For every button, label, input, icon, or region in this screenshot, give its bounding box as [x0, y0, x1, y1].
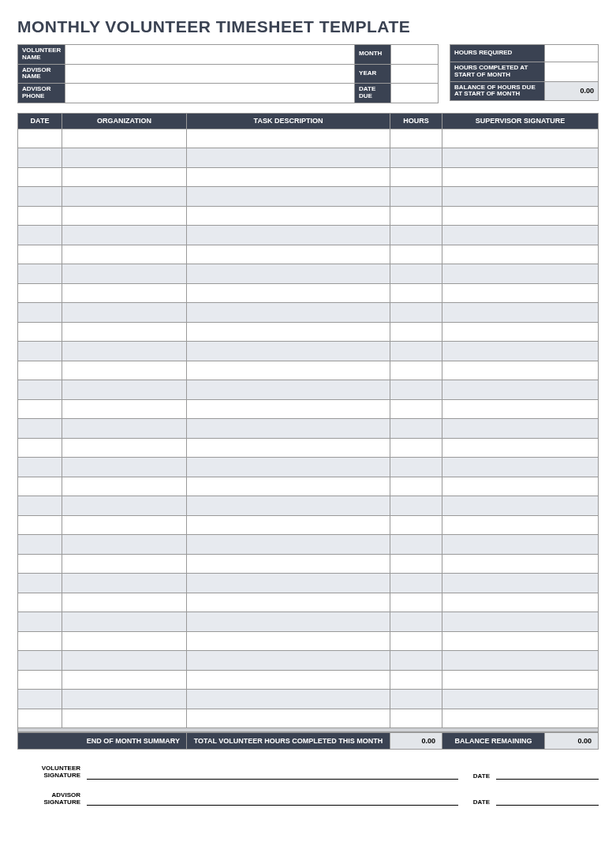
cell-date[interactable]: [18, 438, 62, 458]
cell-org[interactable]: [62, 380, 187, 400]
cell-task[interactable]: [187, 206, 390, 226]
cell-org[interactable]: [62, 477, 187, 496]
cell-hrs[interactable]: [390, 322, 442, 342]
cell-sig[interactable]: [442, 206, 599, 226]
cell-task[interactable]: [187, 342, 390, 361]
cell-org[interactable]: [62, 438, 187, 458]
cell-date[interactable]: [18, 380, 62, 400]
cell-org[interactable]: [62, 283, 187, 303]
advisor-signature-line[interactable]: [87, 795, 458, 806]
cell-org[interactable]: [62, 303, 187, 323]
hours-required-value[interactable]: [545, 45, 599, 62]
cell-org[interactable]: [62, 690, 187, 709]
cell-sig[interactable]: [442, 458, 599, 477]
cell-hrs[interactable]: [390, 574, 442, 593]
cell-task[interactable]: [187, 361, 390, 380]
cell-date[interactable]: [18, 283, 62, 303]
cell-task[interactable]: [187, 129, 390, 148]
cell-hrs[interactable]: [390, 399, 442, 419]
cell-task[interactable]: [187, 612, 390, 632]
cell-hrs[interactable]: [390, 651, 442, 671]
cell-sig[interactable]: [442, 148, 599, 168]
cell-hrs[interactable]: [390, 709, 442, 728]
cell-task[interactable]: [187, 709, 390, 728]
cell-org[interactable]: [62, 574, 187, 593]
cell-date[interactable]: [18, 709, 62, 728]
cell-date[interactable]: [18, 167, 62, 187]
cell-sig[interactable]: [442, 419, 599, 439]
cell-date[interactable]: [18, 399, 62, 419]
cell-task[interactable]: [187, 283, 390, 303]
cell-org[interactable]: [62, 419, 187, 439]
volunteer-name-value[interactable]: [65, 45, 355, 65]
cell-hrs[interactable]: [390, 187, 442, 207]
cell-task[interactable]: [187, 458, 390, 477]
cell-task[interactable]: [187, 399, 390, 419]
cell-date[interactable]: [18, 322, 62, 342]
cell-hrs[interactable]: [390, 458, 442, 477]
cell-task[interactable]: [187, 515, 390, 535]
cell-date[interactable]: [18, 187, 62, 207]
cell-task[interactable]: [187, 438, 390, 458]
cell-sig[interactable]: [442, 129, 599, 148]
cell-hrs[interactable]: [390, 245, 442, 264]
advisor-name-value[interactable]: [65, 64, 355, 84]
cell-date[interactable]: [18, 361, 62, 380]
cell-org[interactable]: [62, 322, 187, 342]
cell-sig[interactable]: [442, 612, 599, 632]
cell-hrs[interactable]: [390, 593, 442, 612]
cell-org[interactable]: [62, 129, 187, 148]
cell-org[interactable]: [62, 535, 187, 555]
cell-date[interactable]: [18, 535, 62, 555]
cell-org[interactable]: [62, 245, 187, 264]
cell-org[interactable]: [62, 167, 187, 187]
cell-org[interactable]: [62, 206, 187, 226]
cell-task[interactable]: [187, 226, 390, 245]
advisor-date-line[interactable]: [496, 795, 599, 806]
cell-sig[interactable]: [442, 438, 599, 458]
cell-sig[interactable]: [442, 167, 599, 187]
cell-date[interactable]: [18, 206, 62, 226]
cell-org[interactable]: [62, 187, 187, 207]
month-value[interactable]: [391, 45, 439, 65]
cell-date[interactable]: [18, 342, 62, 361]
cell-date[interactable]: [18, 515, 62, 535]
cell-sig[interactable]: [442, 264, 599, 284]
cell-hrs[interactable]: [390, 361, 442, 380]
cell-task[interactable]: [187, 554, 390, 574]
cell-sig[interactable]: [442, 690, 599, 709]
cell-hrs[interactable]: [390, 535, 442, 555]
cell-task[interactable]: [187, 380, 390, 400]
cell-sig[interactable]: [442, 245, 599, 264]
cell-sig[interactable]: [442, 631, 599, 651]
cell-sig[interactable]: [442, 361, 599, 380]
cell-org[interactable]: [62, 593, 187, 612]
cell-date[interactable]: [18, 670, 62, 690]
cell-org[interactable]: [62, 148, 187, 168]
cell-task[interactable]: [187, 496, 390, 516]
cell-hrs[interactable]: [390, 206, 442, 226]
cell-date[interactable]: [18, 245, 62, 264]
cell-sig[interactable]: [442, 187, 599, 207]
cell-sig[interactable]: [442, 670, 599, 690]
advisor-phone-value[interactable]: [65, 84, 355, 103]
cell-date[interactable]: [18, 631, 62, 651]
cell-hrs[interactable]: [390, 167, 442, 187]
cell-hrs[interactable]: [390, 612, 442, 632]
cell-hrs[interactable]: [390, 477, 442, 496]
year-value[interactable]: [391, 64, 439, 84]
cell-task[interactable]: [187, 419, 390, 439]
cell-org[interactable]: [62, 709, 187, 728]
cell-hrs[interactable]: [390, 380, 442, 400]
cell-org[interactable]: [62, 670, 187, 690]
cell-org[interactable]: [62, 515, 187, 535]
cell-org[interactable]: [62, 612, 187, 632]
cell-sig[interactable]: [442, 515, 599, 535]
cell-task[interactable]: [187, 574, 390, 593]
cell-task[interactable]: [187, 187, 390, 207]
cell-task[interactable]: [187, 167, 390, 187]
cell-task[interactable]: [187, 148, 390, 168]
cell-date[interactable]: [18, 129, 62, 148]
cell-sig[interactable]: [442, 322, 599, 342]
cell-sig[interactable]: [442, 399, 599, 419]
